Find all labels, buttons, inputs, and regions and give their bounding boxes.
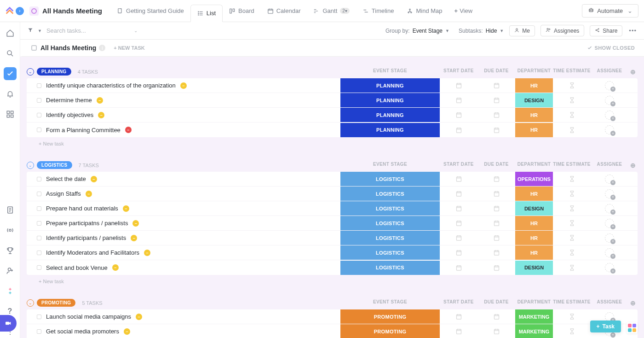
task-status-icon[interactable] bbox=[37, 177, 41, 181]
col-start-date[interactable]: START DATE bbox=[440, 68, 477, 76]
task-status-icon[interactable] bbox=[37, 315, 41, 319]
col-assignee[interactable]: ASSIGNEE bbox=[591, 162, 628, 169]
department-cell[interactable]: DESIGN bbox=[515, 201, 553, 216]
sidebar-invite-icon[interactable] bbox=[4, 264, 17, 277]
department-cell[interactable]: HR bbox=[515, 216, 553, 230]
task-row[interactable]: Assign Staffs – LOGISTICS HR + bbox=[27, 186, 638, 201]
automate-button[interactable]: Automate ⌄ bbox=[582, 4, 638, 17]
time-estimate-cell[interactable] bbox=[553, 328, 591, 335]
col-due-date[interactable]: DUE DATE bbox=[477, 68, 515, 76]
task-status-icon[interactable] bbox=[37, 113, 41, 117]
start-date-cell[interactable] bbox=[440, 82, 477, 89]
assignee-cell[interactable]: + bbox=[591, 189, 628, 198]
workspace-expand-icon[interactable]: › bbox=[16, 7, 24, 15]
task-row[interactable]: Get social media promoters – PROMOTING M… bbox=[27, 324, 638, 338]
start-date-cell[interactable] bbox=[440, 190, 477, 197]
sidebar-goals-icon[interactable] bbox=[4, 244, 17, 257]
stage-pill[interactable]: PROMOTING bbox=[37, 299, 75, 307]
col-assignee[interactable]: ASSIGNEE bbox=[591, 68, 628, 76]
event-stage-cell[interactable]: LOGISTICS bbox=[340, 231, 440, 245]
sidebar-pulse-icon[interactable] bbox=[4, 224, 17, 237]
sidebar-record-icon[interactable] bbox=[0, 315, 17, 332]
task-name[interactable]: Determine theme bbox=[46, 97, 92, 104]
task-row[interactable]: Launch social media campaigns – PROMOTIN… bbox=[27, 309, 638, 324]
task-status-icon[interactable] bbox=[37, 192, 41, 196]
start-date-cell[interactable] bbox=[440, 328, 477, 335]
time-estimate-cell[interactable] bbox=[553, 97, 591, 104]
col-due-date[interactable]: DUE DATE bbox=[477, 299, 515, 307]
app-switcher-button[interactable] bbox=[627, 322, 638, 333]
col-assignee[interactable]: ASSIGNEE bbox=[591, 299, 628, 307]
department-cell[interactable]: HR bbox=[515, 123, 553, 137]
tab-board[interactable]: Board bbox=[223, 0, 261, 22]
header-new-task-button[interactable]: + NEW TASK bbox=[114, 45, 144, 51]
filter-icon[interactable] bbox=[28, 27, 33, 34]
col-department[interactable]: DEPARTMENT bbox=[515, 162, 553, 169]
task-row[interactable]: Select the date – LOGISTICS OPERATIONS + bbox=[27, 172, 638, 186]
task-name[interactable]: Select the date bbox=[46, 175, 86, 182]
event-stage-cell[interactable]: LOGISTICS bbox=[340, 186, 440, 201]
due-date-cell[interactable] bbox=[477, 175, 515, 182]
search-chevron-icon[interactable]: ⌄ bbox=[134, 28, 138, 33]
start-date-cell[interactable] bbox=[440, 264, 477, 271]
priority-icon[interactable]: – bbox=[132, 220, 139, 227]
department-cell[interactable]: HR bbox=[515, 245, 553, 260]
tab-getting-started[interactable]: Getting Started Guide bbox=[110, 0, 190, 22]
tab-gantt[interactable]: Gantt 2▾ bbox=[307, 0, 356, 22]
due-date-cell[interactable] bbox=[477, 220, 515, 227]
start-date-cell[interactable] bbox=[440, 175, 477, 182]
col-due-date[interactable]: DUE DATE bbox=[477, 162, 515, 169]
priority-icon[interactable]: – bbox=[123, 205, 129, 212]
priority-icon[interactable]: – bbox=[131, 235, 137, 241]
assignee-cell[interactable]: + bbox=[591, 111, 628, 120]
event-stage-cell[interactable]: LOGISTICS bbox=[340, 172, 440, 186]
start-date-cell[interactable] bbox=[440, 111, 477, 118]
task-row[interactable]: Form a Planning Committee – PLANNING HR … bbox=[27, 122, 638, 137]
due-date-cell[interactable] bbox=[477, 313, 515, 320]
priority-icon[interactable]: – bbox=[125, 127, 132, 133]
sidebar-search-icon[interactable] bbox=[4, 47, 17, 60]
filter-chevron-icon[interactable]: ▼ bbox=[38, 29, 42, 33]
new-task-button[interactable]: + New task bbox=[27, 137, 638, 150]
time-estimate-cell[interactable] bbox=[553, 234, 591, 241]
task-name[interactable]: Prepare participatns / panelists bbox=[46, 220, 128, 227]
due-date-cell[interactable] bbox=[477, 111, 515, 118]
event-stage-cell[interactable]: PLANNING bbox=[340, 93, 440, 107]
priority-icon[interactable]: – bbox=[91, 176, 97, 182]
event-stage-cell[interactable]: PLANNING bbox=[340, 108, 440, 122]
priority-icon[interactable]: – bbox=[136, 314, 142, 320]
assignee-cell[interactable]: + bbox=[591, 263, 628, 272]
department-cell[interactable]: MARKETING bbox=[515, 309, 553, 324]
priority-icon[interactable]: – bbox=[86, 191, 92, 197]
priority-icon[interactable]: – bbox=[98, 112, 104, 118]
col-event-stage[interactable]: EVENT STAGE bbox=[340, 68, 440, 76]
time-estimate-cell[interactable] bbox=[553, 190, 591, 197]
task-status-icon[interactable] bbox=[37, 329, 41, 334]
collapse-icon[interactable]: ⌄ bbox=[27, 299, 34, 307]
assignee-cell[interactable]: + bbox=[591, 312, 628, 321]
event-stage-cell[interactable]: PLANNING bbox=[340, 78, 440, 93]
due-date-cell[interactable] bbox=[477, 249, 515, 256]
time-estimate-cell[interactable] bbox=[553, 220, 591, 227]
time-estimate-cell[interactable] bbox=[553, 175, 591, 182]
collapse-icon[interactable]: ⌄ bbox=[27, 68, 34, 76]
due-date-cell[interactable] bbox=[477, 127, 515, 134]
priority-icon[interactable]: – bbox=[124, 328, 130, 335]
assignee-cell[interactable]: + bbox=[591, 125, 628, 134]
task-status-icon[interactable] bbox=[37, 206, 41, 211]
col-time-estimate[interactable]: TIME ESTIMATE bbox=[553, 162, 591, 169]
priority-icon[interactable]: – bbox=[180, 82, 187, 89]
tab-calendar[interactable]: Calendar bbox=[261, 0, 307, 22]
add-column-button[interactable]: ⊕ bbox=[628, 68, 638, 76]
task-row[interactable]: Identify participants / panelists – LOGI… bbox=[27, 231, 638, 245]
task-status-icon[interactable] bbox=[37, 265, 41, 270]
sidebar-docs-icon[interactable] bbox=[4, 204, 17, 216]
start-date-cell[interactable] bbox=[440, 313, 477, 320]
task-status-icon[interactable] bbox=[37, 236, 41, 240]
quick-create-task-button[interactable]: + Task bbox=[590, 321, 621, 332]
col-event-stage[interactable]: EVENT STAGE bbox=[340, 299, 440, 307]
time-estimate-cell[interactable] bbox=[553, 313, 591, 320]
task-name[interactable]: Select and book Venue bbox=[46, 264, 108, 271]
task-name[interactable]: Launch social media campaigns bbox=[46, 313, 131, 320]
sidebar-notifications-icon[interactable] bbox=[4, 87, 17, 100]
